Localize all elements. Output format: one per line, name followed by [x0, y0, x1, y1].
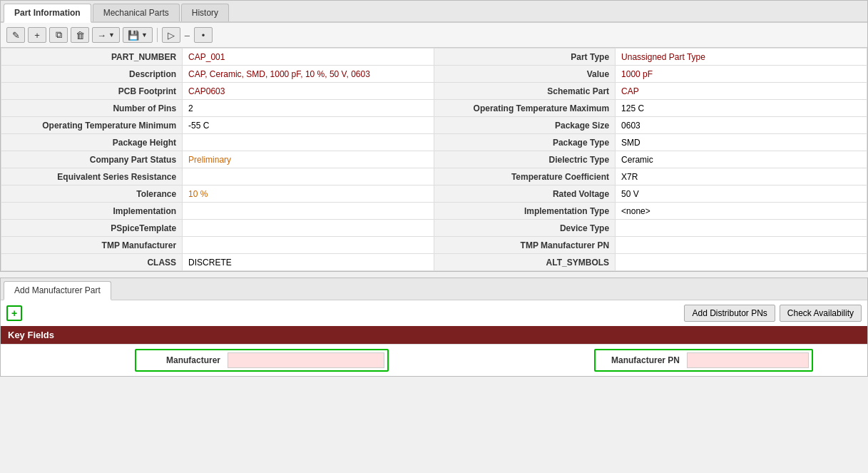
- prop-value-right-11: [616, 237, 867, 254]
- prop-label-right-12: ALT_SYMBOLS: [434, 254, 615, 271]
- prop-value-left-10: [183, 220, 434, 237]
- tab-history[interactable]: History: [181, 4, 229, 21]
- bottom-toolbar: + Add Distributor PNs Check Availability: [1, 300, 867, 326]
- tab-part-information[interactable]: Part Information: [4, 4, 91, 23]
- prop-value-right-3: 125 C: [616, 100, 867, 117]
- prop-label-left-4: Operating Temperature Minimum: [1, 117, 183, 134]
- prop-value-right-4: 0603: [616, 117, 867, 134]
- properties-toolbar: ✎ + ⧉ 🗑 → ▼ 💾 ▼ ▷ – •: [1, 23, 867, 48]
- prop-value-left-7: [183, 168, 434, 185]
- prop-label-right-5: Package Type: [434, 134, 615, 151]
- manufacturer-pn-label: Manufacturer PN: [598, 355, 684, 365]
- prop-label-left-10: PSpiceTemplate: [1, 220, 183, 237]
- prop-label-right-8: Rated Voltage: [434, 185, 615, 203]
- prop-value-left-1: CAP, Ceramic, SMD, 1000 pF, 10 %, 50 V, …: [183, 66, 434, 83]
- prop-label-right-2: Schematic Part: [434, 83, 615, 100]
- delete-button[interactable]: 🗑: [71, 27, 89, 43]
- manufacturer-label: Manufacturer: [139, 355, 225, 365]
- arrow-dropdown-button[interactable]: → ▼: [92, 27, 120, 43]
- prop-label-left-1: Description: [1, 66, 183, 83]
- prop-value-right-2: CAP: [616, 83, 867, 100]
- prop-value-left-4: -55 C: [183, 117, 434, 134]
- prop-value-right-10: [616, 220, 867, 237]
- prop-value-left-8: 10 %: [183, 185, 434, 203]
- prop-value-left-11: [183, 237, 434, 254]
- prop-value-left-2: CAP0603: [183, 83, 434, 100]
- prop-label-right-0: Part Type: [434, 49, 615, 66]
- prop-value-right-6: Ceramic: [616, 151, 867, 168]
- dot-button[interactable]: •: [194, 27, 213, 43]
- manufacturer-input[interactable]: [228, 352, 384, 368]
- prop-label-right-1: Value: [434, 66, 615, 83]
- prop-label-left-11: TMP Manufacturer: [1, 237, 183, 254]
- prop-value-left-5: [183, 134, 434, 151]
- prop-label-left-5: Package Height: [1, 134, 183, 151]
- prop-label-right-3: Operating Temperature Maximum: [434, 100, 615, 117]
- prop-label-left-0: PART_NUMBER: [1, 49, 183, 66]
- key-fields-row: Manufacturer Manufacturer PN: [1, 344, 867, 376]
- prop-value-left-0: CAP_001: [183, 49, 434, 66]
- copy-button[interactable]: ⧉: [49, 27, 68, 43]
- prop-value-right-12: [616, 254, 867, 271]
- prop-label-left-8: Tolerance: [1, 185, 183, 203]
- prop-value-left-12: DISCRETE: [183, 254, 434, 271]
- prop-value-left-9: [183, 203, 434, 220]
- prop-value-right-9: <none>: [616, 203, 867, 220]
- manufacturer-group: Manufacturer: [135, 349, 389, 372]
- add-manufacturer-button[interactable]: +: [6, 305, 22, 321]
- prop-label-right-11: TMP Manufacturer PN: [434, 237, 615, 254]
- prop-value-right-1: 1000 pF: [616, 66, 867, 83]
- prop-label-right-6: Dielectric Type: [434, 151, 615, 168]
- prop-value-right-8: 50 V: [616, 185, 867, 203]
- add-distributor-pns-button[interactable]: Add Distributor PNs: [684, 305, 775, 322]
- edit-button[interactable]: ✎: [6, 27, 25, 43]
- prop-label-left-7: Equivalent Series Resistance: [1, 168, 183, 185]
- prop-label-right-9: Implementation Type: [434, 203, 615, 220]
- prop-label-left-3: Number of Pins: [1, 100, 183, 117]
- prop-label-left-6: Company Part Status: [1, 151, 183, 168]
- manufacturer-pn-group: Manufacturer PN: [594, 349, 813, 372]
- run-button[interactable]: ▷: [162, 27, 180, 43]
- properties-table: PART_NUMBERCAP_001Part TypeUnassigned Pa…: [1, 48, 867, 271]
- tab-add-manufacturer-part[interactable]: Add Manufacturer Part: [4, 281, 111, 300]
- check-availability-button[interactable]: Check Availability: [780, 305, 862, 322]
- prop-value-right-5: SMD: [616, 134, 867, 151]
- prop-value-right-0: Unassigned Part Type: [616, 49, 867, 66]
- bottom-tabs-bar: Add Manufacturer Part: [1, 278, 867, 300]
- prop-label-left-12: CLASS: [1, 254, 183, 271]
- prop-value-left-3: 2: [183, 100, 434, 117]
- prop-label-right-7: Temperature Coefficient: [434, 168, 615, 185]
- prop-label-right-4: Package Size: [434, 117, 615, 134]
- save-dropdown-button[interactable]: 💾 ▼: [123, 27, 153, 43]
- prop-value-left-6: Preliminary: [183, 151, 434, 168]
- prop-label-right-10: Device Type: [434, 220, 615, 237]
- key-fields-header: Key Fields: [1, 326, 867, 344]
- toolbar-divider: [157, 28, 158, 42]
- prop-label-left-9: Implementation: [1, 203, 183, 220]
- separator-dot: –: [185, 30, 190, 41]
- prop-value-right-7: X7R: [616, 168, 867, 185]
- prop-label-left-2: PCB Footprint: [1, 83, 183, 100]
- top-tabs-bar: Part Information Mechanical Parts Histor…: [1, 1, 867, 23]
- add-button[interactable]: +: [28, 27, 46, 43]
- tab-mechanical-parts[interactable]: Mechanical Parts: [93, 4, 180, 21]
- manufacturer-pn-input[interactable]: [687, 352, 809, 368]
